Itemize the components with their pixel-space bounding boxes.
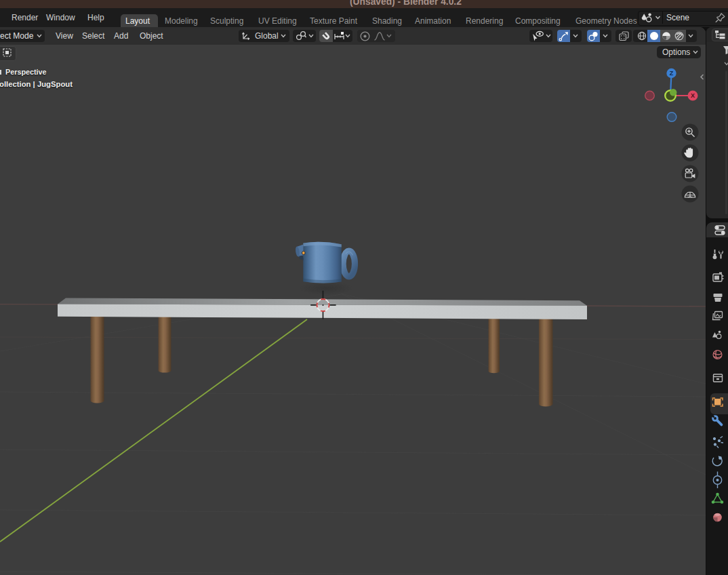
svg-text:X: X bbox=[691, 92, 695, 99]
svg-text:Z: Z bbox=[670, 70, 674, 77]
